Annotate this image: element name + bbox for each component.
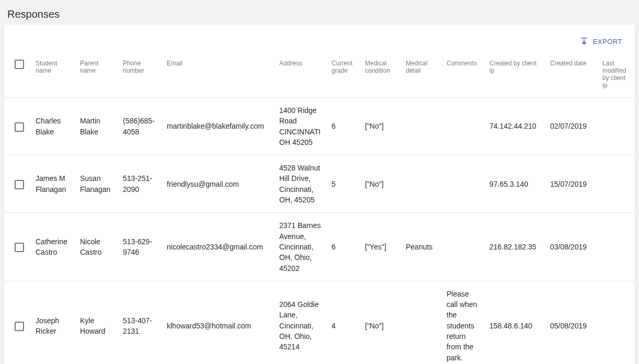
cell-address: 1400 Ridge Road CINCINNATI OH 45205 (275, 98, 327, 155)
cell-med-cond: ["No"] (361, 98, 402, 155)
row-checkbox[interactable] (15, 122, 24, 132)
cell-created-date: 15/07/2019 (546, 155, 598, 213)
cell-student-name: James M Flanagan (31, 155, 76, 213)
row-checkbox-cell (4, 155, 31, 213)
table-row[interactable]: Catherine CastroNicole Castro513-629-974… (4, 213, 635, 281)
cell-comments (442, 155, 485, 213)
export-button[interactable]: EXPORT (577, 33, 624, 50)
cell-modified-ip (598, 155, 635, 213)
select-all-checkbox[interactable] (15, 60, 24, 69)
col-address[interactable]: Address (275, 54, 327, 98)
cell-modified-ip (598, 98, 635, 155)
col-student-name[interactable]: Student name (31, 54, 76, 98)
col-parent-name[interactable]: Parent name (76, 54, 119, 98)
page-title: Responses (7, 8, 635, 20)
row-checkbox-cell (4, 281, 31, 364)
cell-phone: 513-629-9746 (119, 213, 163, 281)
cell-address: 2371 Barnes Avenue, Cincinnati, OH, Ohio… (275, 213, 327, 281)
col-phone[interactable]: Phone number (119, 54, 163, 98)
download-icon (579, 36, 589, 47)
cell-comments (442, 213, 485, 281)
cell-email: friendlysu@gmail.com (163, 155, 275, 213)
cell-address: 2064 Goldie Lane, Cincinnati, OH, Ohio, … (275, 281, 327, 364)
cell-created-ip: 158.48.6.140 (485, 281, 546, 364)
cell-student-name: Catherine Castro (31, 213, 76, 281)
cell-med-cond: ["No"] (361, 281, 402, 364)
cell-address: 4528 Walnut Hill Drive, Cincinnati, OH, … (275, 155, 327, 213)
responses-table: Student name Parent name Phone number Em… (4, 54, 635, 364)
cell-med-detail: Peanuts (402, 213, 442, 281)
row-checkbox[interactable] (15, 243, 24, 252)
cell-created-date: 05/08/2019 (546, 281, 598, 364)
header-checkbox-cell (4, 54, 31, 98)
col-modified-ip[interactable]: Last modified by client ip (598, 54, 635, 98)
cell-phone: 513-407-2131 (119, 281, 163, 364)
cell-phone: (586)685-4058 (119, 98, 163, 155)
col-comments[interactable]: Comments (442, 54, 485, 98)
col-med-detail[interactable]: Medical detail (402, 54, 442, 98)
col-med-cond[interactable]: Medical condition (361, 54, 402, 98)
col-email[interactable]: Email (163, 54, 275, 98)
row-checkbox-cell (4, 213, 31, 281)
cell-created-date: 02/07/2019 (546, 98, 598, 155)
cell-created-ip: 74.142.44.210 (485, 98, 546, 155)
row-checkbox[interactable] (15, 180, 24, 189)
cell-modified-ip (598, 281, 635, 364)
cell-created-ip: 97.65.3.140 (485, 155, 546, 213)
cell-parent-name: Martin Blake (76, 98, 119, 155)
cell-med-cond: ["No"] (361, 155, 402, 213)
table-row[interactable]: Charles BlakeMartin Blake(586)685-4058ma… (4, 98, 635, 155)
cell-parent-name: Susan Flanagan (76, 155, 119, 213)
cell-email: nicolecastro2334@gmail.com (163, 213, 275, 281)
cell-med-detail (402, 155, 442, 213)
table-row[interactable]: Joseph RickerKyle Howard513-407-2131klho… (4, 281, 635, 364)
cell-comments: Please call when the students return fro… (442, 281, 485, 364)
cell-med-detail (402, 98, 442, 155)
col-created-ip[interactable]: Created by client ip (485, 54, 546, 98)
cell-created-ip: 216.82.182.35 (485, 213, 546, 281)
cell-grade: 6 (327, 213, 361, 281)
cell-grade: 4 (327, 281, 361, 364)
table-row[interactable]: James M FlanaganSusan Flanagan513-251-20… (4, 155, 635, 213)
cell-phone: 513-251-2090 (119, 155, 163, 213)
cell-email: klhoward53@hotmail.com (163, 281, 275, 364)
toolbar: EXPORT (4, 25, 635, 54)
cell-med-detail (402, 281, 442, 364)
cell-med-cond: ["Yes"] (361, 213, 402, 281)
cell-email: martinblake@blakefamily.com (163, 98, 275, 155)
cell-student-name: Charles Blake (31, 98, 76, 155)
cell-comments (442, 98, 485, 155)
cell-grade: 5 (327, 155, 361, 213)
col-grade[interactable]: Current grade (327, 54, 361, 98)
cell-parent-name: Nicole Castro (76, 213, 119, 281)
row-checkbox-cell (4, 98, 31, 155)
export-button-label: EXPORT (593, 38, 622, 46)
cell-student-name: Joseph Ricker (31, 281, 76, 364)
cell-created-date: 03/08/2019 (546, 213, 598, 281)
col-created-date[interactable]: Created date (546, 54, 598, 98)
cell-grade: 6 (327, 98, 361, 155)
responses-card: EXPORT (4, 25, 635, 364)
cell-modified-ip (598, 213, 635, 281)
cell-parent-name: Kyle Howard (76, 281, 119, 364)
row-checkbox[interactable] (15, 322, 24, 331)
table-header-row: Student name Parent name Phone number Em… (4, 54, 635, 98)
